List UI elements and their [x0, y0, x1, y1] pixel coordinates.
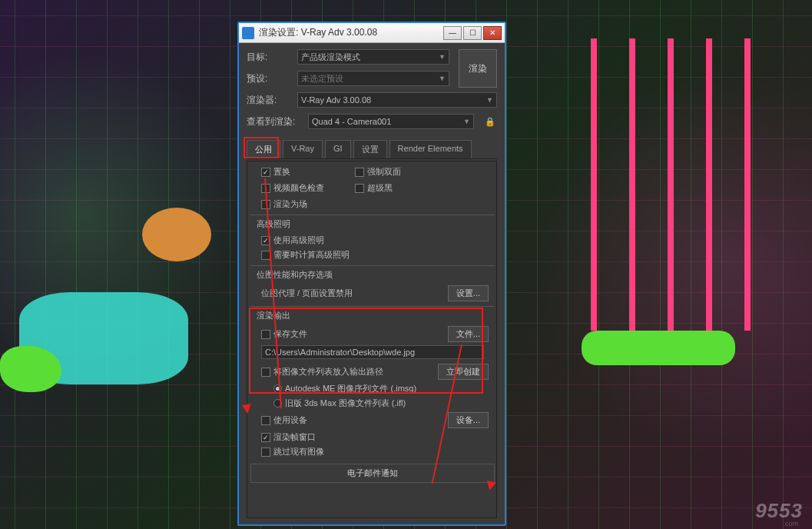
displacement-label: 置换 [273, 166, 290, 178]
force2sided-checkbox[interactable] [355, 168, 364, 177]
force2sided-label: 强制双面 [367, 166, 401, 178]
use-advlight-label: 使用高级照明 [273, 235, 324, 246]
decor-bar [591, 38, 597, 331]
framewindow-label: 渲染帧窗口 [273, 431, 316, 443]
decor-bar [629, 38, 635, 331]
superblack-checkbox[interactable] [355, 184, 364, 193]
minimize-button[interactable]: — [443, 26, 462, 40]
group-advanced-lighting: 高级照明 [250, 215, 495, 233]
maximize-button[interactable]: ☐ [463, 26, 482, 40]
decor-bar [668, 38, 674, 331]
app-icon [242, 27, 254, 39]
displacement-checkbox[interactable]: ✓ [261, 168, 270, 177]
ifl-radio[interactable] [273, 399, 282, 408]
ifl-label: 旧版 3ds Max 图像文件列表 (.ifl) [285, 398, 406, 409]
group-bitmap: 位图性能和内存选项 [250, 265, 495, 284]
tab-render-elements[interactable]: Render Elements [389, 140, 472, 158]
close-button[interactable]: ✕ [483, 26, 502, 40]
skipexisting-checkbox[interactable] [261, 447, 270, 457]
preset-select[interactable]: 未选定预设 ▼ [297, 71, 449, 86]
target-label: 目标: [247, 51, 291, 64]
bitmap-desc: 位图代理 / 页面设置禁用 [261, 288, 353, 299]
superblack-label: 超级黑 [367, 182, 393, 194]
lock-icon[interactable]: 🔒 [483, 115, 497, 128]
createnow-button[interactable]: 立即创建 [438, 364, 489, 380]
viewto-select[interactable]: Quad 4 - Camera001 ▼ [308, 114, 474, 129]
imsq-radio[interactable] [273, 384, 282, 393]
use-advlight-checkbox[interactable]: ✓ [261, 236, 270, 245]
framewindow-checkbox[interactable]: ✓ [261, 433, 270, 442]
videocheck-label: 视频颜色检查 [273, 182, 324, 194]
imsq-label: Autodesk ME 图像序列文件 (.imsq) [285, 383, 416, 394]
usedevice-checkbox[interactable] [261, 416, 270, 425]
chevron-down-icon: ▼ [439, 53, 446, 61]
tab-gi[interactable]: GI [325, 140, 351, 158]
savefile-label: 保存文件 [273, 328, 307, 340]
file-button[interactable]: 文件... [448, 326, 489, 342]
videocheck-checkbox[interactable] [261, 184, 270, 193]
preset-value: 未选定预设 [301, 73, 343, 85]
decor-bar [706, 38, 712, 331]
bitmap-setup-button[interactable]: 设置... [448, 285, 489, 301]
window-title: 渲染设置: V-Ray Adv 3.00.08 [259, 26, 443, 39]
tab-common[interactable]: 公用 [247, 140, 280, 158]
email-section-header[interactable]: 电子邮件通知 [250, 464, 495, 483]
renderfield-checkbox[interactable] [261, 200, 270, 209]
device-button[interactable]: 设备... [448, 412, 489, 428]
renderer-label: 渲染器: [247, 94, 291, 107]
skipexisting-label: 跳过现有图像 [273, 446, 324, 457]
tab-content-scroll[interactable]: ✓ 置换 视频颜色检查 渲染为场 强制双面 [247, 161, 497, 518]
target-select[interactable]: 产品级渲染模式 ▼ [297, 49, 449, 65]
decor-bar [744, 38, 751, 331]
titlebar[interactable]: 渲染设置: V-Ray Adv 3.00.08 — ☐ ✕ [239, 23, 505, 43]
tab-settings[interactable]: 设置 [353, 140, 387, 158]
preset-label: 预设: [247, 72, 291, 85]
chevron-down-icon: ▼ [439, 75, 446, 82]
viewto-label: 查看到渲染: [247, 115, 302, 128]
compute-advlight-checkbox[interactable] [261, 251, 270, 260]
render-settings-dialog: 渲染设置: V-Ray Adv 3.00.08 — ☐ ✕ 目标: 产品级渲染模… [237, 22, 506, 526]
decor-blob [582, 331, 735, 365]
savefile-checkbox[interactable] [261, 330, 270, 339]
render-button[interactable]: 渲染 [459, 49, 497, 88]
renderer-value: V-Ray Adv 3.00.08 [301, 95, 371, 105]
output-path-input[interactable] [261, 345, 484, 359]
group-render-output: 渲染输出 [250, 306, 495, 324]
putlist-checkbox[interactable] [261, 368, 270, 377]
chevron-down-icon: ▼ [486, 96, 493, 104]
viewto-value: Quad 4 - Camera001 [312, 117, 391, 126]
renderer-select[interactable]: V-Ray Adv 3.00.08 ▼ [297, 92, 497, 108]
renderfield-label: 渲染为场 [273, 198, 307, 210]
watermark-sub: .com [783, 520, 798, 527]
target-value: 产品级渲染模式 [301, 52, 360, 63]
tab-vray[interactable]: V-Ray [283, 140, 323, 158]
putlist-label: 将图像文件列表放入输出路径 [273, 366, 383, 378]
compute-advlight-label: 需要时计算高级照明 [273, 249, 350, 261]
decor-blob [142, 208, 211, 261]
chevron-down-icon: ▼ [463, 118, 470, 125]
usedevice-label: 使用设备 [273, 414, 307, 426]
